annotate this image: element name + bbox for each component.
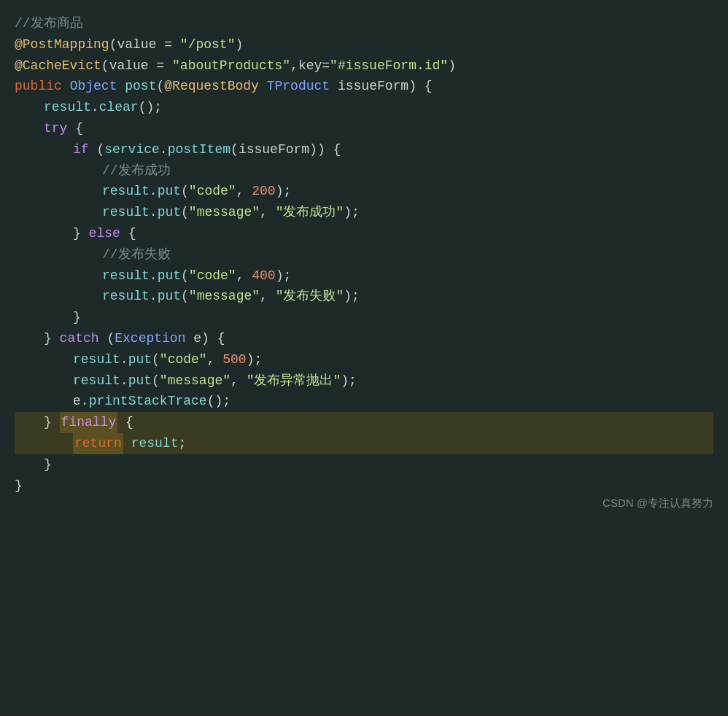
comment-text: //发布商品 (15, 13, 83, 34)
code-line-17: result.put("code", 500); (15, 349, 713, 370)
method-put-13: put (158, 265, 181, 287)
keyword-catch: catch (60, 328, 107, 349)
code-line-20: } finally { (15, 412, 713, 433)
code-line-3: @CacheEvict(value = "aboutProducts",key=… (15, 55, 713, 77)
method-put-14: put (158, 286, 181, 307)
var-result-17: result (73, 349, 120, 370)
var-service: service (104, 139, 160, 160)
code-line-12: //发布失败 (15, 244, 713, 265)
code-line-11: } else { (15, 223, 713, 244)
var-result-21: result (131, 433, 179, 454)
var-e-19: e (73, 391, 81, 412)
keyword-finally: finally (60, 412, 118, 433)
keyword-return: return (73, 433, 123, 454)
var-result-14: result (102, 286, 150, 307)
comment-success: //发布成功 (102, 160, 171, 182)
type-tproduct: TProduct (267, 76, 338, 97)
keyword-public: public (15, 76, 70, 97)
code-line-7: if (service.postItem(issueForm)) { (15, 139, 713, 160)
code-line-15: } (15, 307, 713, 328)
code-line-16: } catch (Exception e) { (15, 328, 713, 349)
code-line-4: public Object post(@RequestBody TProduct… (15, 76, 713, 97)
keyword-if: if (73, 139, 96, 160)
watermark: CSDN @专注认真努力 (603, 494, 713, 512)
method-put-18: put (128, 370, 152, 392)
annotation-requestbody: @RequestBody (164, 76, 266, 97)
code-line-10: result.put("message", "发布成功"); (15, 202, 713, 223)
code-line-22: } (15, 454, 713, 475)
var-result-13: result (102, 265, 150, 287)
code-line-13: result.put("code", 400); (15, 265, 713, 287)
method-post: post (125, 76, 156, 97)
code-line-1: //发布商品 (15, 13, 713, 34)
number-200: 200 (252, 181, 275, 202)
code-line-9: result.put("code", 200); (15, 181, 713, 202)
annotation-cacheevict: @CacheEvict (15, 55, 101, 77)
code-line-21: return result; (15, 433, 713, 454)
number-500: 500 (222, 349, 246, 370)
method-printstacktrace: printStackTrace (89, 391, 207, 412)
var-result-9: result (102, 181, 150, 202)
method-put-17: put (128, 349, 152, 370)
code-line-5: result.clear(); (15, 97, 713, 118)
keyword-try: try (44, 118, 75, 139)
code-line-19: e.printStackTrace(); (15, 391, 713, 412)
code-line-23: } (15, 475, 713, 497)
var-result-18: result (73, 370, 120, 392)
comment-fail: //发布失败 (102, 244, 171, 265)
method-put-10: put (158, 202, 181, 223)
method-put-9: put (158, 181, 181, 202)
method-clear: clear (99, 97, 139, 118)
code-line-14: result.put("message", "发布失败"); (15, 286, 713, 307)
code-line-2: @PostMapping(value = "/post") (15, 34, 713, 55)
var-result-10: result (102, 202, 150, 223)
code-line-18: result.put("message", "发布异常抛出"); (15, 370, 713, 392)
var-e: e (193, 328, 201, 349)
annotation-postmapping: @PostMapping (15, 34, 109, 55)
param-issueform: issueForm (338, 76, 408, 97)
number-400: 400 (252, 265, 275, 287)
type-exception: Exception (115, 328, 193, 349)
code-line-6: try { (15, 118, 713, 139)
code-block: //发布商品 @PostMapping(value = "/post") @Ca… (0, 0, 728, 525)
var-result: result (44, 97, 91, 118)
method-postitem: postItem (168, 139, 231, 160)
type-object: Object (70, 76, 125, 97)
keyword-else: else (89, 223, 128, 244)
code-line-8: //发布成功 (15, 160, 713, 182)
